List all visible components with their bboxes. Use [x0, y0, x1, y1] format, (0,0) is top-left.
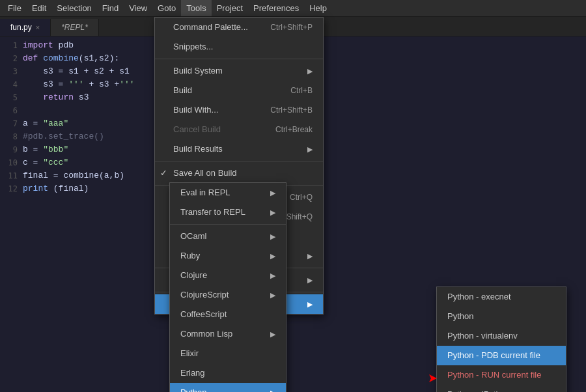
smenu-ocaml[interactable]: OCaml ▶ — [170, 227, 286, 246]
menu-project[interactable]: Project — [212, 0, 248, 16]
smenu-erlang[interactable]: Erlang — [170, 363, 286, 383]
python-submenu: Python - execnet Python Python - virtual… — [436, 287, 566, 392]
sep1 — [155, 59, 323, 59]
py-pdb-current[interactable]: Python - PDB current file — [437, 346, 566, 365]
smenu-clojurescript[interactable]: ClojureScript ▶ — [170, 285, 286, 305]
tab-fun-py[interactable]: fun.py × — [0, 19, 51, 36]
menu-build-results[interactable]: Build Results ▶ — [155, 139, 323, 159]
py-python[interactable]: Python — [437, 307, 566, 326]
tab-label: fun.py — [10, 23, 32, 32]
smenu-common-lisp[interactable]: Common Lisp ▶ — [170, 324, 286, 344]
menu-selection[interactable]: Selection — [51, 0, 96, 16]
sublimerepl-submenu: Eval in REPL ▶ Transfer to REPL ▶ OCaml … — [169, 182, 286, 392]
menu-preferences[interactable]: Preferences — [248, 0, 304, 16]
cursor-arrow-icon — [428, 373, 438, 384]
menu-edit[interactable]: Edit — [27, 0, 51, 16]
menu-view[interactable]: View — [124, 0, 152, 16]
check-icon: ✓ — [160, 166, 167, 180]
menu-tools[interactable]: Tools — [181, 0, 211, 16]
menu-save-all-on-build[interactable]: ✓ Save All on Build — [155, 163, 323, 183]
menu-cancel-build: Cancel Build Ctrl+Break — [155, 120, 323, 139]
py-run-current[interactable]: Python - RUN current file — [437, 365, 566, 385]
menu-find[interactable]: Find — [97, 0, 124, 16]
sep-s1 — [170, 224, 286, 225]
smenu-elixir[interactable]: Elixir — [170, 344, 286, 363]
smenu-ruby[interactable]: Ruby ▶ — [170, 246, 286, 266]
menu-help[interactable]: Help — [304, 0, 332, 16]
sep2 — [155, 161, 323, 161]
tab-repl[interactable]: *REPL* — [51, 19, 99, 36]
svg-marker-0 — [429, 374, 437, 382]
smenu-clojure[interactable]: Clojure ▶ — [170, 266, 286, 285]
menu-snippets[interactable]: Snippets... — [155, 37, 323, 57]
menu-build[interactable]: Build Ctrl+B — [155, 81, 323, 100]
menu-build-system[interactable]: Build System ▶ — [155, 61, 323, 81]
smenu-coffeescript[interactable]: CoffeeScript — [170, 305, 286, 324]
py-ipython[interactable]: Python - IPython — [437, 385, 566, 392]
smenu-python[interactable]: Python ▶ — [170, 383, 286, 392]
menu-file[interactable]: File — [3, 0, 27, 16]
tab-close[interactable]: × — [36, 23, 40, 31]
py-execnet[interactable]: Python - execnet — [437, 287, 566, 307]
smenu-transfer-repl[interactable]: Transfer to REPL ▶ — [170, 203, 286, 222]
py-virtualenv[interactable]: Python - virtualenv — [437, 326, 566, 346]
menu-command-palette[interactable]: Command Palette... Ctrl+Shift+P — [155, 18, 323, 37]
menubar: File Edit Selection Find View Goto Tools… — [0, 0, 586, 17]
menu-build-with[interactable]: Build With... Ctrl+Shift+B — [155, 100, 323, 120]
menu-goto[interactable]: Goto — [152, 0, 181, 16]
smenu-eval-repl[interactable]: Eval in REPL ▶ — [170, 183, 286, 203]
tab-label: *REPL* — [61, 23, 88, 32]
